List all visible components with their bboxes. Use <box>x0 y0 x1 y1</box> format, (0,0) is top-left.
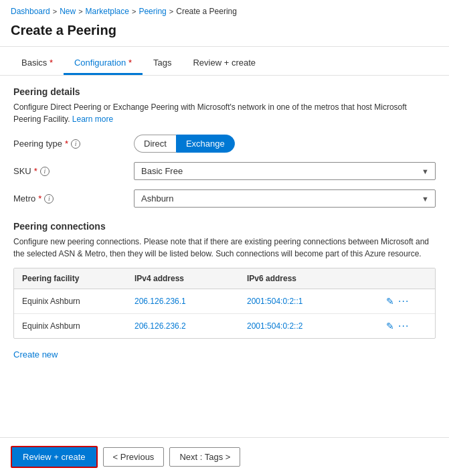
peering-type-direct-btn[interactable]: Direct <box>134 135 176 153</box>
table-row: Equinix Ashburn 206.126.236.1 2001:504:0… <box>14 289 435 314</box>
sku-info-icon[interactable]: i <box>40 167 50 176</box>
col-header-ipv4: IPv4 address <box>134 274 242 283</box>
row2-ipv4[interactable]: 206.126.236.2 <box>134 321 242 331</box>
tab-tags[interactable]: Tags <box>143 52 182 75</box>
metro-select[interactable]: Ashburn Atlanta Chicago Dallas <box>134 189 436 208</box>
connections-title: Peering connections <box>13 221 436 232</box>
breadcrumb-sep-2: > <box>78 7 82 15</box>
table-row: Equinix Ashburn 206.126.236.2 2001:504:0… <box>14 314 435 338</box>
table-header-row: Peering facility IPv4 address IPv6 addre… <box>14 268 435 289</box>
row1-more-icon[interactable]: ··· <box>398 295 409 307</box>
tab-basics[interactable]: Basics * <box>11 52 64 75</box>
peering-details-desc: Configure Direct Peering or Exchange Pee… <box>13 101 436 125</box>
breadcrumb-dashboard[interactable]: Dashboard <box>11 7 50 16</box>
peering-connections-section: Peering connections Configure new peerin… <box>13 221 436 360</box>
footer: Review + create < Previous Next : Tags > <box>0 437 449 476</box>
peering-type-exchange-btn[interactable]: Exchange <box>176 135 235 153</box>
tab-review-create[interactable]: Review + create <box>182 52 266 75</box>
row1-edit-icon[interactable]: ✎ <box>386 296 394 307</box>
peering-type-label: Peering type * i <box>13 139 134 149</box>
breadcrumb-sep-1: > <box>53 7 57 15</box>
row1-facility: Equinix Ashburn <box>22 297 129 306</box>
breadcrumb: Dashboard > New > Marketplace > Peering … <box>0 0 449 20</box>
page-title: Create a Peering <box>0 20 449 47</box>
breadcrumb-new[interactable]: New <box>60 7 76 16</box>
create-new-link[interactable]: Create new <box>13 349 58 360</box>
col-header-facility: Peering facility <box>22 274 129 283</box>
peering-type-row: Peering type * i Direct Exchange <box>13 135 436 153</box>
peering-type-info-icon[interactable]: i <box>71 139 80 149</box>
metro-control: Ashburn Atlanta Chicago Dallas ▼ <box>134 189 436 208</box>
col-header-ipv6: IPv6 address <box>247 274 381 283</box>
breadcrumb-current: Create a Peering <box>176 7 237 16</box>
peering-type-toggle: Direct Exchange <box>134 135 436 153</box>
metro-info-icon[interactable]: i <box>44 194 54 204</box>
sku-select[interactable]: Basic Free Premium MRS Premium Direct Fr… <box>134 162 436 180</box>
row1-action-group: ✎ ··· <box>386 295 427 307</box>
configuration-asterisk: * <box>126 58 132 68</box>
row2-actions: ✎ ··· <box>386 320 427 332</box>
peering-type-control: Direct Exchange <box>134 135 436 153</box>
peering-details-title: Peering details <box>13 86 436 97</box>
tab-configuration[interactable]: Configuration * <box>64 52 143 75</box>
row2-more-icon[interactable]: ··· <box>398 320 409 332</box>
metro-label: Metro * i <box>13 193 134 204</box>
row2-edit-icon[interactable]: ✎ <box>386 321 394 331</box>
connections-table: Peering facility IPv4 address IPv6 addre… <box>13 268 436 339</box>
row1-ipv4[interactable]: 206.126.236.1 <box>134 297 242 306</box>
metro-row: Metro * i Ashburn Atlanta Chicago Dallas… <box>13 189 436 208</box>
previous-button[interactable]: < Previous <box>103 447 165 467</box>
main-content: Peering details Configure Direct Peering… <box>0 76 449 370</box>
breadcrumb-sep-4: > <box>169 7 173 15</box>
tab-bar: Basics * Configuration * Tags Review + c… <box>0 52 449 76</box>
row2-action-group: ✎ ··· <box>386 320 427 332</box>
row1-actions: ✎ ··· <box>386 295 427 307</box>
next-button[interactable]: Next : Tags > <box>169 447 240 467</box>
breadcrumb-peering[interactable]: Peering <box>139 7 166 16</box>
sku-row: SKU * i Basic Free Premium MRS Premium D… <box>13 162 436 180</box>
review-create-button[interactable]: Review + create <box>11 446 98 468</box>
basics-asterisk: * <box>47 58 53 68</box>
learn-more-link[interactable]: Learn more <box>72 114 113 124</box>
connections-desc: Configure new peering connections. Pleas… <box>13 236 436 260</box>
row2-ipv6[interactable]: 2001:504:0:2::2 <box>247 321 381 331</box>
row1-ipv6[interactable]: 2001:504:0:2::1 <box>247 297 381 306</box>
col-header-actions <box>386 274 427 283</box>
row2-facility: Equinix Ashburn <box>22 321 129 331</box>
breadcrumb-marketplace[interactable]: Marketplace <box>86 7 129 16</box>
sku-control: Basic Free Premium MRS Premium Direct Fr… <box>134 162 436 180</box>
sku-label: SKU * i <box>13 166 134 176</box>
breadcrumb-sep-3: > <box>132 7 136 15</box>
